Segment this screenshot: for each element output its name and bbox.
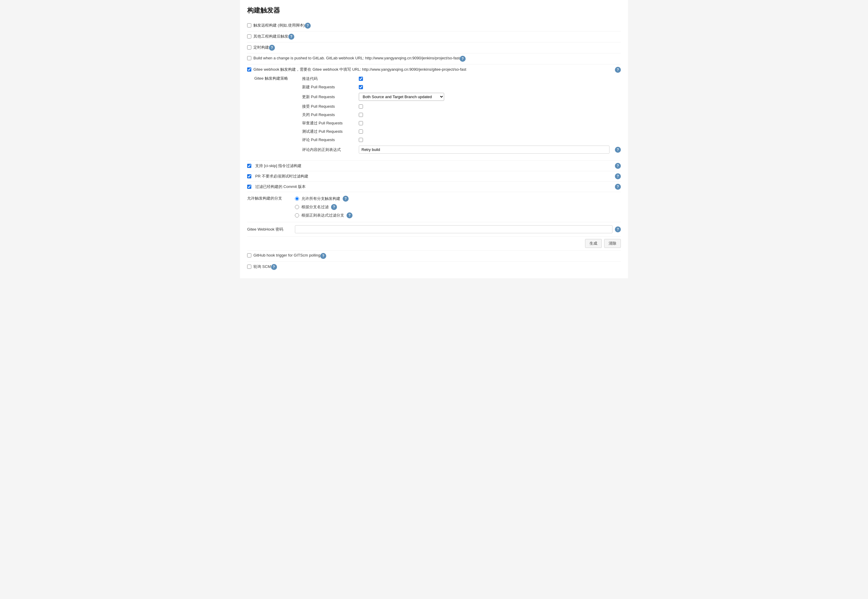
pr-test-filter-label[interactable]: PR 不要求必须测试时过滤构建 [247, 174, 308, 179]
webhook-input-wrap [295, 225, 612, 233]
ci-skip-filter-checkbox[interactable] [247, 164, 251, 168]
ci-skip-filter-label[interactable]: 支持 [ci-skip] 指令过滤构建 [247, 163, 301, 169]
github-trigger-help-icon[interactable]: ? [320, 253, 326, 259]
all-branches-radio[interactable] [295, 197, 299, 201]
approve-pr-label: 审查通过 Pull Requests [302, 120, 356, 126]
gitee-main-help-icon[interactable]: ? [615, 67, 621, 73]
gitee-strategy-label: Gitee 触发构建策略 [254, 75, 302, 81]
pr-test-filter-row: PR 不要求必须测试时过滤构建 ? [247, 171, 621, 182]
clear-button[interactable]: 清除 [604, 239, 621, 248]
commit-filter-checkbox[interactable] [247, 185, 251, 189]
filter-by-name-option: 根据分支名过滤 ? [295, 203, 621, 211]
remote-trigger-row: 触发远程构建 (例如,使用脚本) ? [247, 20, 621, 31]
approve-pr-checkbox[interactable] [359, 121, 363, 125]
accept-pr-item: 接受 Pull Requests [302, 102, 621, 111]
ci-skip-filter-help-icon[interactable]: ? [615, 163, 621, 169]
filter-by-name-label: 根据分支名过滤 [301, 204, 329, 210]
scm-poll-text: 轮询 SCM [253, 264, 271, 269]
ci-skip-filter-text: 支持 [ci-skip] 指令过滤构建 [255, 163, 301, 169]
scheduled-trigger-help-icon[interactable]: ? [269, 45, 275, 51]
all-branches-help-icon[interactable]: ? [343, 196, 349, 202]
webhook-password-label: Gitee WebHook 密码 [247, 227, 295, 232]
filter-by-regex-help-icon[interactable]: ? [347, 212, 353, 218]
github-trigger-label[interactable]: GitHub hook trigger for GITScm polling [247, 253, 320, 257]
scm-poll-label[interactable]: 轮询 SCM [247, 264, 271, 269]
new-pr-checkbox[interactable] [359, 85, 363, 89]
update-pr-item: 更新 Pull Requests Both Source and Target … [302, 91, 621, 102]
webhook-buttons-row: 生成 清除 [247, 236, 621, 251]
remote-trigger-help-icon[interactable]: ? [305, 23, 311, 29]
commit-filter-row: 过滤已经构建的 Commit 版本 ? [247, 182, 621, 192]
new-pr-item: 新建 Pull Requests [302, 83, 621, 91]
gitlab-trigger-checkbox[interactable] [247, 56, 251, 60]
gitlab-trigger-help-icon[interactable]: ? [460, 56, 466, 62]
filter-by-name-radio[interactable] [295, 205, 299, 209]
scheduled-trigger-text: 定时构建 [253, 45, 269, 50]
commit-filter-help-icon[interactable]: ? [615, 184, 621, 190]
scheduled-trigger-label[interactable]: 定时构建 [247, 45, 269, 50]
scm-poll-help-icon[interactable]: ? [271, 264, 277, 270]
all-branches-label: 允许所有分支触发构建 [301, 196, 340, 202]
webhook-password-input[interactable] [295, 225, 612, 233]
approve-pr-item: 审查通过 Pull Requests [302, 119, 621, 127]
comment-regex-help-icon[interactable]: ? [615, 147, 621, 153]
page-title: 构建触发器 [247, 6, 621, 15]
gitee-main-row: Gitee webhook 触发构建，需要在 Gitee webhook 中填写… [247, 65, 621, 161]
pr-test-filter-checkbox[interactable] [247, 174, 251, 178]
update-pr-dropdown[interactable]: Both Source and Target Branch updated So… [359, 93, 444, 101]
test-pass-pr-checkbox[interactable] [359, 129, 363, 134]
filter-by-regex-radio[interactable] [295, 213, 299, 217]
other-project-trigger-text: 其他工程构建后触发 [253, 34, 288, 39]
remote-trigger-checkbox[interactable] [247, 23, 251, 27]
scm-poll-checkbox[interactable] [247, 265, 251, 269]
other-project-help-icon[interactable]: ? [288, 34, 294, 40]
commit-filter-label[interactable]: 过滤已经构建的 Commit 版本 [247, 184, 306, 190]
pr-test-filter-text: PR 不要求必须测试时过滤构建 [255, 174, 308, 179]
gitlab-trigger-text: Build when a change is pushed to GitLab.… [253, 56, 460, 60]
close-pr-label: 关闭 Pull Requests [302, 112, 356, 117]
github-trigger-checkbox[interactable] [247, 253, 251, 257]
remote-trigger-label[interactable]: 触发远程构建 (例如,使用脚本) [247, 23, 305, 28]
generate-button[interactable]: 生成 [585, 239, 602, 248]
close-pr-checkbox[interactable] [359, 113, 363, 117]
pr-test-filter-help-icon[interactable]: ? [615, 173, 621, 179]
branch-permission-label: 允许触发构建的分支 [247, 194, 295, 201]
push-code-item: 推送代码 [302, 75, 621, 83]
gitee-strategy-section: Gitee 触发构建策略 推送代码 新建 Pull Requests [247, 72, 621, 158]
gitee-main-text: Gitee webhook 触发构建，需要在 Gitee webhook 中填写… [253, 67, 466, 72]
filter-by-name-help-icon[interactable]: ? [331, 204, 337, 210]
gitee-main-label[interactable]: Gitee webhook 触发构建，需要在 Gitee webhook 中填写… [247, 67, 621, 72]
update-pr-label: 更新 Pull Requests [302, 94, 356, 99]
accept-pr-label: 接受 Pull Requests [302, 104, 356, 109]
gitlab-trigger-row: Build when a change is pushed to GitLab.… [247, 53, 621, 65]
gitee-main-checkbox[interactable] [247, 68, 251, 72]
remote-trigger-text: 触发远程构建 (例如,使用脚本) [253, 23, 305, 28]
new-pr-label: 新建 Pull Requests [302, 84, 356, 90]
filter-by-regex-option: 根据正则表达式过滤分支 ? [295, 211, 621, 220]
filter-by-regex-label: 根据正则表达式过滤分支 [301, 213, 344, 218]
gitee-strategy-content: 推送代码 新建 Pull Requests 更新 Pull Requests [302, 75, 621, 155]
github-trigger-text: GitHub hook trigger for GITScm polling [253, 253, 320, 257]
comment-regex-input[interactable] [359, 146, 609, 154]
other-project-trigger-checkbox[interactable] [247, 34, 251, 39]
scm-poll-row: 轮询 SCM ? [247, 262, 621, 272]
other-project-trigger-label[interactable]: 其他工程构建后触发 [247, 34, 288, 39]
gitee-strategy-row: Gitee 触发构建策略 推送代码 新建 Pull Requests [254, 74, 621, 158]
close-pr-item: 关闭 Pull Requests [302, 111, 621, 119]
gitlab-trigger-label[interactable]: Build when a change is pushed to GitLab.… [247, 56, 460, 60]
scheduled-trigger-checkbox[interactable] [247, 45, 251, 50]
comment-pr-item: 评论 Pull Requests [302, 136, 621, 144]
webhook-password-row: Gitee WebHook 密码 ? [247, 222, 621, 236]
branch-permission-row: 允许触发构建的分支 允许所有分支触发构建 ? 根据分支名过滤 ? 根据正则表达式… [247, 192, 621, 222]
comment-pr-checkbox[interactable] [359, 138, 363, 142]
ci-skip-filter-row: 支持 [ci-skip] 指令过滤构建 ? [247, 161, 621, 171]
scheduled-trigger-row: 定时构建 ? [247, 42, 621, 53]
accept-pr-checkbox[interactable] [359, 104, 363, 108]
push-code-checkbox[interactable] [359, 77, 363, 81]
push-code-label: 推送代码 [302, 76, 356, 81]
github-trigger-row: GitHub hook trigger for GITScm polling ? [247, 251, 621, 262]
comment-regex-row: 评论内容的正则表达式 ? [302, 144, 621, 155]
webhook-password-help-icon[interactable]: ? [615, 226, 621, 232]
test-pass-pr-item: 测试通过 Pull Requests [302, 127, 621, 136]
branch-options: 允许所有分支触发构建 ? 根据分支名过滤 ? 根据正则表达式过滤分支 ? [295, 194, 621, 220]
